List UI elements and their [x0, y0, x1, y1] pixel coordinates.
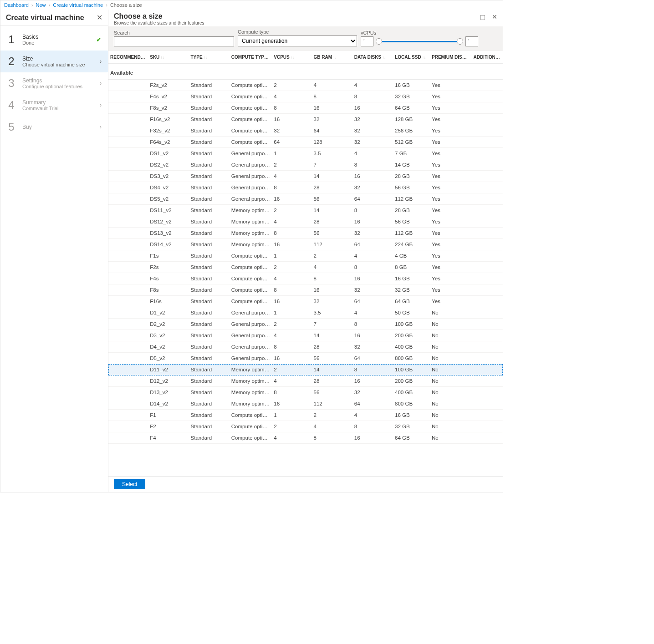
- maximize-icon[interactable]: ▢: [480, 13, 485, 20]
- close-icon[interactable]: ✕: [97, 13, 102, 22]
- col-header[interactable]: GB RAM↑↓: [312, 51, 352, 64]
- size-row[interactable]: F2sStandardCompute optimized2488 GBYes: [108, 262, 503, 273]
- size-row[interactable]: D14_v2StandardMemory optimized1611264800…: [108, 398, 503, 410]
- cell: [108, 250, 148, 262]
- cell: [471, 421, 503, 432]
- cell: 4: [353, 250, 393, 262]
- size-row[interactable]: F1StandardCompute optimized12416 GBNo: [108, 410, 503, 421]
- cell: 2: [312, 410, 352, 421]
- cell: Compute optimized: [230, 296, 272, 307]
- size-row[interactable]: F1sStandardCompute optimized1244 GBYes: [108, 250, 503, 262]
- cell: F4s: [148, 273, 189, 284]
- cell: Memory optimized: [230, 364, 272, 375]
- size-row[interactable]: DS13_v2StandardMemory optimized85632112 …: [108, 228, 503, 239]
- size-row[interactable]: DS1_v2StandardGeneral purpose13.547 GBYe…: [108, 148, 503, 159]
- col-header[interactable]: TYPE↑↓: [189, 51, 230, 64]
- cell: F1s: [148, 250, 189, 262]
- close-icon[interactable]: ✕: [492, 13, 497, 20]
- size-row[interactable]: F16sStandardCompute optimized16326464 GB…: [108, 296, 503, 307]
- cell: No: [430, 432, 471, 444]
- size-row[interactable]: D11_v2StandardMemory optimized2148100 GB…: [108, 364, 503, 375]
- cell: [471, 114, 503, 125]
- col-header[interactable]: RECOMMENDE…↑↓: [108, 51, 148, 64]
- cell: 1: [272, 410, 312, 421]
- wizard-step-settings: 3SettingsConfigure optional features›: [0, 72, 108, 94]
- cell: 4: [272, 171, 312, 182]
- cell: Memory optimized: [230, 375, 272, 387]
- size-row[interactable]: F64s_v2StandardCompute optimized64128325…: [108, 137, 503, 148]
- size-row[interactable]: DS5_v2StandardGeneral purpose165664112 G…: [108, 193, 503, 205]
- size-row[interactable]: DS3_v2StandardGeneral purpose4141628 GBY…: [108, 171, 503, 182]
- col-header[interactable]: COMPUTE TYPE↑↓: [230, 51, 272, 64]
- col-header[interactable]: LOCAL SSD↑↓: [393, 51, 430, 64]
- cell: 2: [272, 159, 312, 171]
- size-row[interactable]: D1_v2StandardGeneral purpose13.5450 GBNo: [108, 307, 503, 319]
- wizard-step-size[interactable]: 2SizeChoose virtual machine size›: [0, 51, 108, 72]
- vcpu-min-input[interactable]: [361, 36, 373, 46]
- cell: F8s: [148, 284, 189, 296]
- size-row[interactable]: F32s_v2StandardCompute optimized32643225…: [108, 125, 503, 137]
- cell: 128 GB: [393, 114, 430, 125]
- col-header[interactable]: DATA DISKS↑↓: [353, 51, 393, 64]
- cell: DS12_v2: [148, 216, 189, 228]
- size-row[interactable]: D4_v2StandardGeneral purpose82832400 GBN…: [108, 341, 503, 353]
- cell: No: [430, 364, 471, 375]
- cell: [108, 159, 148, 171]
- step-number: 1: [7, 33, 16, 46]
- size-row[interactable]: DS4_v2StandardGeneral purpose8283256 GBY…: [108, 182, 503, 193]
- crumb-new[interactable]: New: [36, 2, 46, 8]
- select-button[interactable]: Select: [114, 479, 145, 489]
- size-row[interactable]: F4sStandardCompute optimized481616 GBYes: [108, 273, 503, 284]
- cell: 32: [353, 387, 393, 398]
- size-row[interactable]: F4StandardCompute optimized481664 GBNo: [108, 432, 503, 444]
- cell: 8: [272, 341, 312, 353]
- size-row[interactable]: F16s_v2StandardCompute optimized16323212…: [108, 114, 503, 125]
- cell: F8s_v2: [148, 102, 189, 114]
- cell: Compute optimized: [230, 250, 272, 262]
- crumb-create-vm[interactable]: Create virtual machine: [53, 2, 103, 8]
- cell: No: [430, 387, 471, 398]
- col-header[interactable]: ADDITIONAL F…↑↓: [471, 51, 503, 64]
- cell: F2s: [148, 262, 189, 273]
- cell: 16: [353, 171, 393, 182]
- size-row[interactable]: F2s_v2StandardCompute optimized24416 GBY…: [108, 80, 503, 91]
- size-row[interactable]: F2StandardCompute optimized24832 GBNo: [108, 421, 503, 432]
- size-row[interactable]: D12_v2StandardMemory optimized42816200 G…: [108, 375, 503, 387]
- size-row[interactable]: DS2_v2StandardGeneral purpose27814 GBYes: [108, 159, 503, 171]
- size-row[interactable]: D2_v2StandardGeneral purpose278100 GBNo: [108, 319, 503, 330]
- cell: Yes: [430, 262, 471, 273]
- search-input[interactable]: [114, 36, 234, 46]
- size-row[interactable]: D3_v2StandardGeneral purpose41416200 GBN…: [108, 330, 503, 341]
- cell: 32 GB: [393, 284, 430, 296]
- crumb-dashboard[interactable]: Dashboard: [4, 2, 29, 8]
- cell: F4: [148, 432, 189, 444]
- size-row[interactable]: DS11_v2StandardMemory optimized214828 GB…: [108, 205, 503, 216]
- cell: [108, 387, 148, 398]
- cell: [108, 102, 148, 114]
- cell: F1: [148, 410, 189, 421]
- cell: 16 GB: [393, 273, 430, 284]
- col-header[interactable]: PREMIUM DIS…↑↓: [430, 51, 471, 64]
- vcpu-slider[interactable]: [376, 38, 463, 45]
- size-row[interactable]: F8s_v2StandardCompute optimized8161664 G…: [108, 102, 503, 114]
- vcpu-max-input[interactable]: [465, 36, 478, 46]
- cell: 16 GB: [393, 80, 430, 91]
- compute-type-select[interactable]: Current generation: [238, 35, 357, 46]
- size-row[interactable]: F8sStandardCompute optimized8163232 GBYe…: [108, 284, 503, 296]
- col-header[interactable]: SKU↑↓: [148, 51, 189, 64]
- size-row[interactable]: DS14_v2StandardMemory optimized161126422…: [108, 239, 503, 250]
- cell: Standard: [189, 375, 230, 387]
- cell: DS3_v2: [148, 171, 189, 182]
- wizard-step-basics[interactable]: 1BasicsDone✔: [0, 29, 108, 51]
- size-row[interactable]: DS12_v2StandardMemory optimized4281656 G…: [108, 216, 503, 228]
- cell: 7 GB: [393, 148, 430, 159]
- cell: Standard: [189, 137, 230, 148]
- col-header[interactable]: VCPUS↑↓: [272, 51, 312, 64]
- cell: [108, 410, 148, 421]
- size-table-scroll[interactable]: RECOMMENDE…↑↓SKU↑↓TYPE↑↓COMPUTE TYPE↑↓VC…: [108, 51, 503, 476]
- cell: [471, 216, 503, 228]
- size-row[interactable]: F4s_v2StandardCompute optimized48832 GBY…: [108, 91, 503, 102]
- cell: 14 GB: [393, 159, 430, 171]
- size-row[interactable]: D5_v2StandardGeneral purpose165664800 GB…: [108, 353, 503, 364]
- size-row[interactable]: D13_v2StandardMemory optimized85632400 G…: [108, 387, 503, 398]
